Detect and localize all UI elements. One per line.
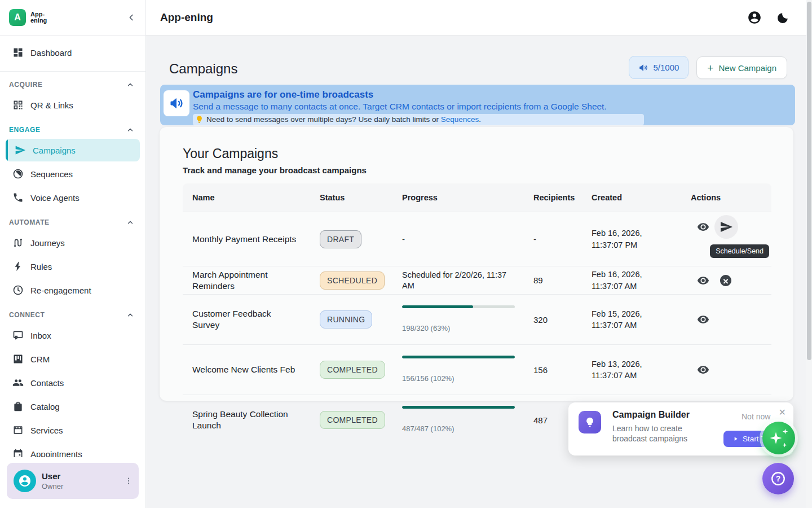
sidebar-item-label: Rules [30,262,52,271]
banner-tip: Need to send messages over multiple days… [193,114,644,125]
actions-cell: Schedule/Send [691,215,771,239]
section-connect[interactable]: CONNECT [0,302,145,323]
table-row: Customer Feedback Survey RUNNING 198/320… [183,294,771,344]
table-row: Monthly Payment Receipts DRAFT - - Feb 1… [183,212,771,266]
sidebar-item-dashboard[interactable]: Dashboard [0,41,145,64]
sidebar-item-crm[interactable]: CRM [0,347,145,371]
dashboard-icon [12,47,24,58]
sidebar-item-label: Contacts [30,378,64,388]
section-engage[interactable]: ENGAGE [0,117,145,138]
tooltip: Schedule/Send [710,244,769,258]
sidebar-item-journeys[interactable]: Journeys [0,231,145,255]
sidebar-item-sequences[interactable]: Sequences [0,162,145,186]
sidebar-item-label: Services [30,426,63,435]
sidebar-item-campaigns[interactable]: Campaigns [6,139,140,161]
table-row: Welcome New Clients Feb COMPLETED 156/15… [183,344,771,395]
recipients-cell: 156 [533,365,592,375]
app-title: App-ening [160,11,213,24]
user-menu-icon[interactable] [124,476,133,485]
svg-text:?: ? [776,475,780,483]
view-campaign-button[interactable] [692,358,714,381]
view-campaign-button[interactable] [692,216,714,238]
sidebar-item-re-engagement[interactable]: Re-engagement [0,278,145,302]
dark-mode-moon-icon[interactable] [776,11,789,24]
user-card[interactable]: User Owner [7,463,139,499]
sidebar-item-qr-links[interactable]: QR & Links [0,93,145,117]
section-automate[interactable]: AUTOMATE [0,209,145,231]
sidebar-item-label: QR & Links [30,100,73,110]
sidebar-item-services[interactable]: Services [0,418,145,442]
progress-label: 198/320 (63%) [402,323,518,334]
sequences-link[interactable]: Sequences [441,115,479,124]
col-recipients: Recipients [533,193,592,202]
sidebar-item-catalog[interactable]: Catalog [0,395,145,418]
page-head: Campaigns 5/1000 + New Campaign [146,36,812,84]
section-label: ACQUIRE [9,81,43,89]
campaign-name: Spring Beauty Collection Launch [183,409,320,431]
table-row: March Appointment Reminders SCHEDULED Sc… [183,266,771,294]
campaign-name: Welcome New Clients Feb [183,364,320,375]
user-role: Owner [42,482,63,491]
chevron-up-icon [126,81,134,89]
view-campaign-button[interactable] [692,308,714,331]
progress-bar-fill [402,356,515,358]
sidebar-item-voice-agents[interactable]: Voice Agents [0,186,145,209]
kanban-icon [12,353,24,365]
section-acquire[interactable]: ACQUIRE [0,72,145,93]
col-actions: Actions [691,193,771,202]
shopping-bag-icon [12,401,24,412]
sidebar-item-rules[interactable]: Rules [0,255,145,278]
created-cell: Feb 13, 2026,11:37:07 AM [592,358,691,382]
campaign-quota-badge[interactable]: 5/1000 [629,56,689,79]
account-icon[interactable] [747,10,762,25]
progress-cell: 198/320 (63%) [402,295,533,344]
sidebar-item-label: Dashboard [30,48,72,58]
info-banner: Campaigns are for one-time broadcasts Se… [160,85,795,125]
chevron-up-icon [126,311,134,319]
progress-bar [402,305,515,308]
close-icon[interactable]: ✕ [779,407,786,418]
user-panel: User Owner [0,457,145,508]
megaphone-icon [638,63,648,73]
col-created: Created [592,193,691,202]
campaign-builder-popup: Campaign Builder Learn how to create bro… [568,402,793,456]
sidebar-item-label: Campaigns [33,146,76,155]
section-label: ENGAGE [9,126,41,134]
schedule-send-button[interactable] [714,215,738,239]
banner-title: Campaigns are for one-time broadcasts [193,89,644,100]
created-cell: Feb 15, 2026,11:37:07 AM [592,308,691,331]
banner-subtitle: Send a message to many contacts at once.… [193,102,644,112]
status-badge: DRAFT [320,230,361,248]
user-name: User [42,471,63,481]
qr-code-icon [12,99,24,111]
section-label: CONNECT [9,311,45,319]
lightning-icon [12,261,24,272]
sparkles-icon [769,428,788,448]
not-now-button[interactable]: Not now [742,412,770,421]
progress-bar [402,406,515,409]
actions-cell [691,269,771,292]
scrollbar-thumb[interactable] [807,2,811,360]
sidebar: A App- ening Dashboard ACQUIRE QR & Link… [0,0,146,508]
play-icon [732,436,739,442]
new-campaign-button[interactable]: + New Campaign [696,56,787,79]
progress-label: 156/156 (102%) [402,373,518,384]
recipients-cell: 320 [533,315,592,325]
help-fab[interactable]: ? [762,463,794,494]
storefront-icon [12,424,24,436]
sidebar-item-inbox[interactable]: Inbox [0,323,145,347]
user-avatar [14,470,36,492]
progress-label: 487/487 (102%) [402,423,518,434]
view-campaign-button[interactable] [692,269,714,292]
cancel-campaign-button[interactable] [714,269,737,292]
sidebar-nav: Dashboard ACQUIRE QR & Links ENGAGE Camp… [0,36,145,466]
popup-body: Learn how to create broadcast campaigns [612,423,698,444]
ai-assistant-fab[interactable] [762,422,795,454]
status-badge: SCHEDULED [320,271,385,290]
created-cell: Feb 16, 2026,11:37:07 AM [592,269,691,292]
sidebar-collapse-icon[interactable] [126,12,136,23]
table-header: Name Status Progress Recipients Created … [183,183,771,212]
actions-cell [691,308,771,331]
sidebar-item-contacts[interactable]: Contacts [0,371,145,395]
campaign-name: Customer Feedback Survey [183,308,320,331]
